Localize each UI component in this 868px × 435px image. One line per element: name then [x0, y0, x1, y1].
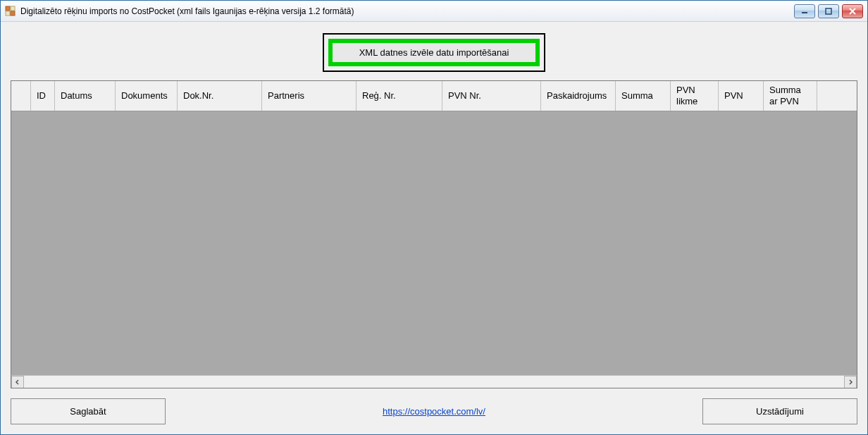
costpocket-link[interactable]: https://costpocket.com/lv/	[383, 406, 485, 417]
column-header[interactable]: Summa ar PVN	[764, 81, 817, 111]
svg-rect-2	[6, 11, 10, 16]
highlight-box: XML datnes izvēle datu importēšanai	[323, 33, 546, 72]
column-header[interactable]: PVN	[719, 81, 764, 111]
save-button[interactable]: Saglabāt	[11, 398, 166, 424]
grid-header-row: IDDatumsDokumentsDok.Nr.PartnerisReģ. Nr…	[11, 81, 857, 111]
column-header[interactable]: Partneris	[262, 81, 356, 111]
column-header[interactable]: Dokuments	[116, 81, 178, 111]
column-header[interactable]: Reģ. Nr.	[356, 81, 442, 111]
app-icon	[5, 6, 16, 17]
svg-rect-4	[802, 12, 807, 13]
app-window: Digitalizēto rēķinu imports no CostPocke…	[0, 0, 868, 435]
column-header[interactable]: ID	[31, 81, 55, 111]
svg-rect-3	[11, 11, 15, 16]
column-header[interactable]: Paskaidrojums	[541, 81, 616, 111]
scroll-right-button[interactable]	[844, 376, 857, 388]
window-controls	[794, 4, 863, 18]
column-header[interactable]: Summa	[616, 81, 671, 111]
svg-rect-0	[6, 6, 10, 11]
svg-rect-1	[11, 6, 15, 11]
column-header[interactable]: PVN Nr.	[442, 81, 541, 111]
row-header-corner	[11, 81, 31, 111]
column-header[interactable]: PVN likme	[671, 81, 719, 111]
minimize-button[interactable]	[794, 4, 815, 18]
xml-select-button[interactable]: XML datnes izvēle datu importēšanai	[328, 39, 540, 66]
svg-rect-5	[826, 8, 831, 14]
settings-button[interactable]: Uzstādījumi	[702, 398, 857, 424]
window-title: Digitalizēto rēķinu imports no CostPocke…	[20, 6, 790, 16]
titlebar: Digitalizēto rēķinu imports no CostPocke…	[1, 1, 867, 22]
maximize-button[interactable]	[818, 4, 839, 18]
column-header[interactable]: Dok.Nr.	[178, 81, 262, 111]
footer-row: Saglabāt https://costpocket.com/lv/ Uzst…	[11, 396, 857, 424]
data-grid: IDDatumsDokumentsDok.Nr.PartnerisReģ. Nr…	[11, 80, 857, 388]
grid-body-empty	[11, 111, 857, 375]
top-button-wrap: XML datnes izvēle datu importēšanai	[11, 29, 857, 73]
horizontal-scrollbar[interactable]	[11, 375, 857, 388]
scroll-left-button[interactable]	[11, 376, 24, 388]
column-header[interactable]: Datums	[55, 81, 116, 111]
close-button[interactable]	[842, 4, 863, 18]
content-area: XML datnes izvēle datu importēšanai IDDa…	[1, 22, 867, 434]
